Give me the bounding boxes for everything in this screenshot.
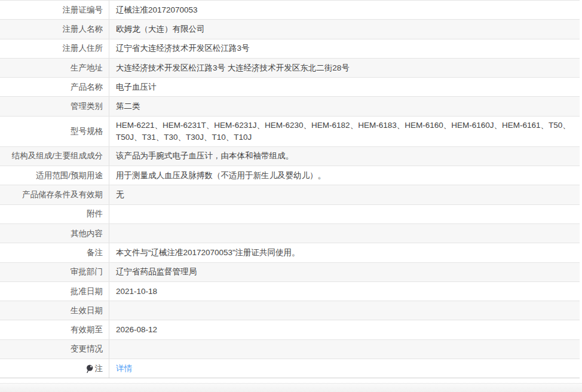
row-registrant-name: 注册人名称 欧姆龙（大连）有限公司 [0,20,580,39]
row-value [109,211,580,217]
row-label: 注册人名称 [0,20,109,38]
page-footer-band [0,383,582,392]
row-value: HEM-6221、HEM-6231T、HEM-6231J、HEM-6230、HE… [109,117,580,146]
details-link[interactable]: 详情 [116,364,132,373]
row-product-name: 产品名称 电子血压计 [0,78,580,97]
row-label: 产品储存条件及有效期 [0,185,109,204]
row-valid-until: 有效期至 2026-08-12 [0,320,580,339]
row-label: 生产地址 [0,59,109,77]
row-model-spec: 型号规格 HEM-6221、HEM-6231T、HEM-6231J、HEM-62… [0,117,580,147]
row-value: 该产品为手腕式电子血压计，由本体和袖带组成。 [109,147,580,165]
row-label: 其他内容 [0,224,109,243]
row-label: 产品名称 [0,78,109,96]
row-registration-cert-number: 注册证编号 辽械注准20172070053 [0,1,580,20]
row-value: 本文件与“辽械注准20172070053”注册证共同使用。 [109,244,580,262]
row-value: 辽宁省药品监督管理局 [109,263,580,281]
row-label: 备注 [0,243,109,262]
row-management-category: 管理类别 第二类 [0,97,580,116]
row-value: 详情 [109,360,580,378]
row-label: 有效期至 [0,320,109,339]
row-intended-use: 适用范围/预期用途 用于测量成人血压及脉搏数（不适用于新生儿及婴幼儿）。 [0,166,580,185]
row-label: 结构及组成/主要组成成分 [0,147,109,166]
row-label: 注 [0,359,109,378]
row-label: 生效日期 [0,301,109,320]
row-value: 辽宁省大连经济技术开发区松江路3号 [109,39,580,57]
row-remarks: 备注 本文件与“辽械注准20172070053”注册证共同使用。 [0,243,580,262]
page-bottom-gap [0,378,582,383]
row-value [109,346,580,352]
row-value: 用于测量成人血压及脉搏数（不适用于新生儿及婴幼儿）。 [109,167,580,185]
row-value [109,231,580,237]
row-label: 变更情况 [0,340,109,359]
row-label: 审批部门 [0,263,109,281]
row-value: 2021-10-18 [109,283,580,301]
row-value: 第二类 [109,97,580,115]
row-attachments: 附件 [0,205,580,224]
row-change-status: 变更情况 [0,340,580,359]
row-value [109,308,580,314]
row-structure-composition: 结构及组成/主要组成成分 该产品为手腕式电子血压计，由本体和袖带组成。 [0,147,580,166]
row-value: 欧姆龙（大连）有限公司 [109,20,580,38]
registration-detail-table: 注册证编号 辽械注准20172070053 注册人名称 欧姆龙（大连）有限公司 … [0,0,580,378]
row-value: 大连经济技术开发区松江路3号 大连经济技术开发区东北二街28号 [109,59,580,77]
row-label-text: 注 [95,363,103,375]
row-approval-date: 批准日期 2021-10-18 [0,282,580,301]
row-production-address: 生产地址 大连经济技术开发区松江路3号 大连经济技术开发区东北二街28号 [0,59,580,78]
row-value: 电子血压计 [109,78,580,96]
row-label: 型号规格 [0,117,109,146]
row-other-content: 其他内容 [0,224,580,243]
row-label: 附件 [0,205,109,223]
row-approval-department: 审批部门 辽宁省药品监督管理局 [0,263,580,282]
row-label: 适用范围/预期用途 [0,166,109,185]
row-value: 辽械注准20172070053 [109,1,580,19]
row-label: 批准日期 [0,282,109,301]
row-effective-date: 生效日期 [0,301,580,320]
row-label: 管理类别 [0,97,109,115]
row-label: 注册人住所 [0,39,109,58]
row-note: 注 详情 [0,359,580,378]
row-value: 无 [109,186,580,204]
row-value: 2026-08-12 [109,321,580,339]
row-registrant-address: 注册人住所 辽宁省大连经济技术开发区松江路3号 [0,39,580,59]
balloon-note-icon [86,365,93,373]
row-label: 注册证编号 [0,1,109,19]
row-storage-conditions: 产品储存条件及有效期 无 [0,185,580,204]
